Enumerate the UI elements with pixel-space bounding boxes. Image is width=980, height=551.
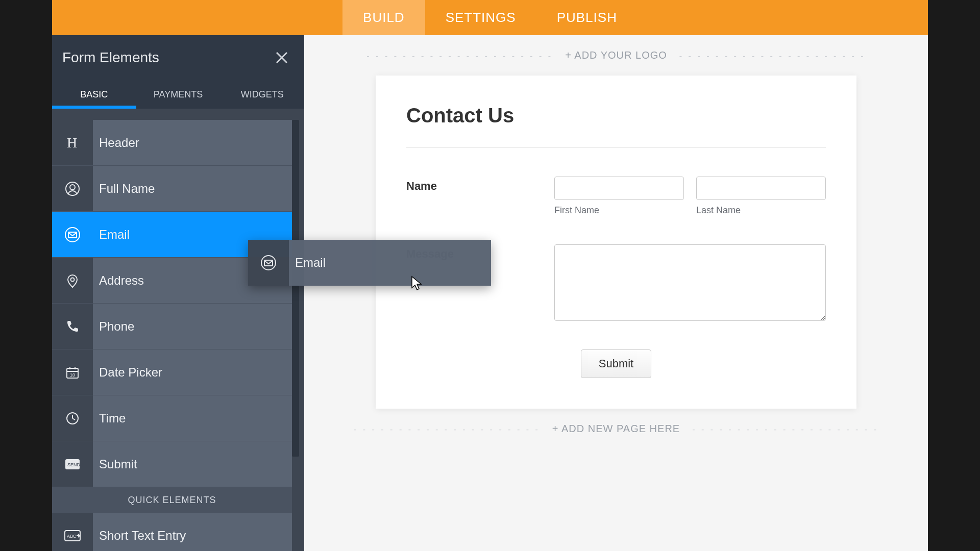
element-label: Address [93,273,144,288]
last-name-sublabel: Last Name [696,205,826,216]
text-icon: ABC [52,513,93,551]
mail-icon [52,212,93,257]
element-time[interactable]: Time [52,395,292,441]
send-icon: SEND [52,441,93,487]
svg-point-7 [71,278,75,281]
element-label: Email [93,228,130,242]
calendar-icon: 10 [52,349,93,395]
mail-icon [248,240,289,286]
quick-elements-header: QUICK ELEMENTS [52,487,292,513]
element-label: Header [93,136,139,150]
svg-line-15 [72,418,75,420]
message-textarea[interactable] [554,244,826,321]
element-header[interactable]: H Header [52,120,292,166]
elements-list: H Header Full Name Email Addre [52,120,292,551]
svg-text:10: 10 [70,372,75,378]
close-icon [275,51,289,65]
svg-text:SEND: SEND [67,462,80,467]
drag-ghost-label: Email [289,256,326,270]
sidebar-title: Form Elements [62,49,159,66]
element-label: Date Picker [93,365,162,380]
nav-tab-settings[interactable]: SETTINGS [425,0,536,35]
element-label: Time [93,411,126,425]
name-label: Name [406,177,554,216]
user-icon [52,166,93,211]
svg-point-4 [70,185,75,190]
close-sidebar-button[interactable] [272,47,292,68]
element-submit[interactable]: SEND Submit [52,441,292,487]
last-name-input[interactable] [696,177,826,200]
element-phone[interactable]: Phone [52,304,292,349]
element-label: Phone [93,319,134,334]
element-label: Full Name [93,182,155,196]
header-icon: H [52,120,93,165]
element-short-text-entry[interactable]: ABC Short Text Entry [52,513,292,551]
add-new-page-zone[interactable]: + ADD NEW PAGE HERE [325,409,908,449]
nav-tab-build[interactable]: BUILD [342,0,425,35]
nav-tab-publish[interactable]: PUBLISH [536,0,638,35]
svg-text:ABC: ABC [67,534,77,539]
submit-button[interactable]: Submit [581,349,651,378]
first-name-sublabel: First Name [554,205,684,216]
form-elements-sidebar: Form Elements BASIC PAYMENTS WIDGETS H H… [52,35,304,551]
drag-ghost-email: Email [248,240,491,286]
element-label: Short Text Entry [93,529,186,543]
svg-point-21 [261,256,276,270]
form-canvas: + ADD YOUR LOGO Contact Us Name First Na… [304,35,928,551]
clock-icon [52,395,93,441]
add-logo-zone[interactable]: + ADD YOUR LOGO [325,35,908,76]
first-name-input[interactable] [554,177,684,200]
pin-icon [52,258,93,303]
element-date-picker[interactable]: 10 Date Picker [52,349,292,395]
sidebar-tab-basic[interactable]: BASIC [52,80,136,108]
sidebar-scrollbar[interactable] [292,120,299,457]
svg-point-5 [65,228,80,242]
top-nav: BUILD SETTINGS PUBLISH [52,0,928,35]
form-title[interactable]: Contact Us [406,104,826,148]
element-full-name[interactable]: Full Name [52,166,292,212]
sidebar-tab-payments[interactable]: PAYMENTS [136,80,220,108]
phone-icon [52,304,93,349]
svg-text:H: H [67,135,77,151]
sidebar-tab-widgets[interactable]: WIDGETS [220,80,304,108]
element-label: Submit [93,457,137,471]
